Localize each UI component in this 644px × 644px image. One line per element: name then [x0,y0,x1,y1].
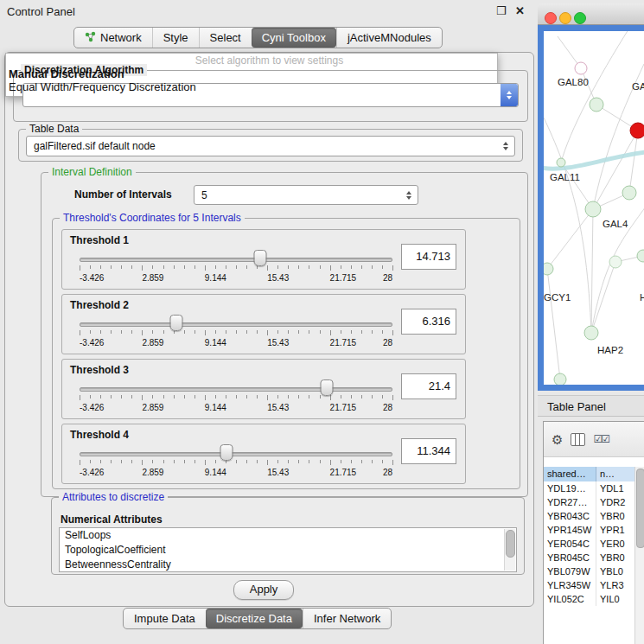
table-row[interactable]: YDR27…YDR2 [544,495,644,509]
list-item[interactable]: TopologicalCoefficient [60,543,516,558]
select-rows-icon[interactable]: ☑☑ [593,433,609,445]
node-label: GAL4 [603,219,628,229]
group-title: Table Data [26,123,82,135]
list-scrollbar[interactable] [504,529,515,571]
threshold-3-slider[interactable]: -3.426 2.859 9.144 15.43 21.715 28 [80,377,392,415]
threshold-2-value[interactable]: 6.316 [401,309,456,335]
gear-icon[interactable]: ⚙ [552,433,563,446]
bottom-tabstrip: Impute Data Discretize Data Infer Networ… [123,608,392,629]
float-window-icon[interactable]: ❒ [496,4,507,17]
scale-label: 2.859 [142,403,163,412]
network-view-window: GAL80 GA GAL11 GAL4 GCY1 H HAP2 [538,3,644,391]
network-node[interactable] [584,326,598,340]
number-of-intervals-combobox[interactable]: 5 [194,185,418,205]
network-node[interactable] [590,98,603,112]
network-node[interactable] [544,263,553,275]
scale-label: -3.426 [80,403,104,412]
zoom-light-icon[interactable] [574,12,586,24]
table-row[interactable]: YLR345WYLR3 [544,578,644,592]
scale-label: 15.43 [267,273,289,283]
network-node[interactable] [609,256,622,268]
network-node[interactable] [622,186,636,200]
tab-impute-data[interactable]: Impute Data [124,609,206,628]
table-row[interactable]: YDL19…YDL1 [544,481,644,495]
table-toolbar: ⚙ ☑☑ [544,422,644,457]
threshold-label: Threshold 3 [70,364,129,376]
popup-option-manual-discretization[interactable]: Manual Discretization [9,67,124,80]
slider-track[interactable] [80,387,392,392]
slider-track[interactable] [80,322,392,327]
scrollbar-thumb[interactable] [506,530,515,558]
threshold-label: Threshold 4 [70,429,129,441]
tab-style[interactable]: Style [152,28,199,48]
table-row[interactable]: YBR043CYBR0 [544,509,644,523]
network-canvas[interactable]: GAL80 GA GAL11 GAL4 GCY1 H HAP2 [544,31,644,385]
combo-arrows-icon [500,142,512,150]
network-node[interactable] [637,250,644,262]
threshold-4-row: Threshold 4 -3.426 2.859 9.144 15.43 21.… [61,424,466,484]
slider-handle[interactable] [320,379,333,396]
table-row[interactable]: YER054CYER0 [544,537,644,551]
table-data-group: Table Data galFiltered.sif default node [18,129,523,162]
tab-network[interactable]: Network [74,28,152,48]
table-row[interactable]: YIL052CYIL0 [544,592,644,606]
tab-label: Infer Network [314,612,380,625]
tab-discretize-data[interactable]: Discretize Data [206,609,303,628]
close-panel-icon[interactable]: ✕ [515,4,525,17]
network-node[interactable] [575,62,587,74]
threshold-4-value[interactable]: 11.344 [401,438,456,464]
tab-infer-network[interactable]: Infer Network [303,609,391,628]
close-light-icon[interactable] [545,12,557,24]
table-row[interactable]: YPR145WYPR1 [544,523,644,537]
table-data-combobox[interactable]: galFiltered.sif default node [26,136,515,156]
list-item[interactable]: SelfLoops [60,528,516,543]
slider-scale: -3.426 2.859 9.144 15.43 21.715 28 [80,468,392,478]
table-body: YDL19…YDL1YDR27…YDR2YBR043CYBR0YPR145WYP… [544,481,644,644]
threshold-3-value[interactable]: 21.4 [401,373,456,399]
node-label-partial: GA [632,81,644,92]
columns-icon[interactable] [571,433,585,446]
scrollbar-thumb[interactable] [636,469,644,548]
apply-button[interactable]: Apply [233,580,294,600]
slider-track[interactable] [80,258,392,262]
list-item[interactable]: BetweennessCentrality [60,558,516,572]
network-node[interactable] [554,373,566,385]
popup-placeholder-option: Select algorithm to view settings [5,54,533,67]
scale-label: 28 [383,338,392,348]
tab-cyni-toolbox[interactable]: Cyni Toolbox [252,28,336,48]
scale-label: 28 [383,273,392,283]
table-scrollbar[interactable] [634,467,644,644]
table-row[interactable]: YBR045CYBR0 [544,551,644,564]
threshold-1-slider[interactable]: -3.426 2.859 9.144 15.43 21.715 28 [80,247,392,285]
threshold-1-row: Threshold 1 -3.426 2.859 9.144 15.43 21.… [61,229,466,290]
threshold-1-value[interactable]: 14.713 [401,244,456,270]
network-window-titlebar[interactable] [538,3,644,25]
scale-label: 21.715 [330,273,357,283]
slider-scale: -3.426 2.859 9.144 15.43 21.715 28 [80,338,392,348]
slider-handle[interactable] [253,250,266,266]
tab-jactivemnodules[interactable]: jActiveMNodules [336,28,442,48]
scale-label: 9.144 [205,403,226,412]
threshold-2-slider[interactable]: -3.426 2.859 9.144 15.43 21.715 28 [80,312,392,350]
thresholds-group: Threshold's Coordinates for 5 Intervals … [52,218,520,489]
threshold-4-slider[interactable]: -3.426 2.859 9.144 15.43 21.715 28 [80,442,392,480]
slider-handle[interactable] [220,444,233,461]
threshold-rows: Threshold 1 -3.426 2.859 9.144 15.43 21.… [61,229,511,484]
network-node[interactable] [557,158,565,167]
scale-label: -3.426 [80,468,104,477]
slider-handle[interactable] [170,315,183,331]
slider-track[interactable] [80,452,392,456]
minimize-light-icon[interactable] [559,12,571,24]
tab-select[interactable]: Select [199,28,252,48]
network-node[interactable] [585,201,601,217]
column-header-shared-name[interactable]: shared… [544,467,596,481]
number-of-intervals-label: Number of Intervals [74,188,172,201]
scale-label: 9.144 [205,338,226,348]
network-node-selected[interactable] [630,123,644,138]
popup-option-equal-width-frequency[interactable]: Equal Width/Frequency Discretization [9,80,196,93]
slider-scale: -3.426 2.859 9.144 15.43 21.715 28 [80,403,392,413]
tab-label: Select [210,31,241,44]
table-row[interactable]: YBL079WYBL0 [544,564,644,578]
table-cell: YIL052C [544,592,596,606]
scale-label: 15.43 [267,338,289,348]
